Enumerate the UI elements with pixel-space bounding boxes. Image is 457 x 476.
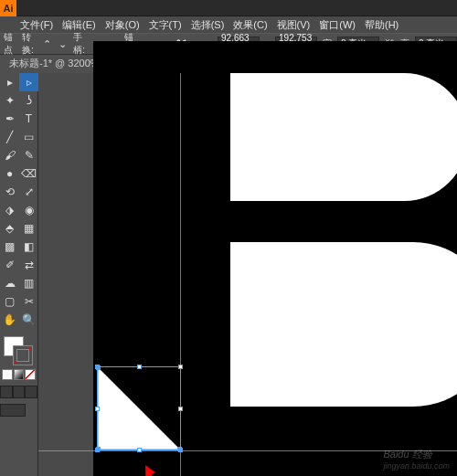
eraser-tool[interactable]: ⌫	[19, 164, 38, 183]
bounding-box[interactable]	[97, 366, 181, 450]
fill-stroke-swatches[interactable]	[0, 334, 38, 367]
line-tool[interactable]: ╱	[0, 128, 19, 146]
menu-effect[interactable]: 效果(C)	[233, 18, 267, 32]
color-mode-none[interactable]	[25, 369, 36, 380]
menu-bar: 文件(F) 编辑(E) 对象(O) 文字(T) 选择(S) 效果(C) 视图(V…	[0, 16, 457, 33]
width-tool[interactable]: ⬗	[0, 201, 19, 219]
slice-tool[interactable]: ✂	[19, 292, 38, 311]
screen-mode-button[interactable]	[0, 404, 37, 417]
menu-file[interactable]: 文件(F)	[20, 18, 53, 32]
letter-counter-top	[230, 73, 457, 201]
svg-line-0	[16, 348, 30, 363]
handle-top-mid[interactable]	[137, 365, 142, 369]
convert-corner-icon[interactable]: ⌃	[42, 37, 52, 51]
magic-wand-tool[interactable]: ✦	[0, 91, 19, 110]
color-mode-row	[0, 367, 37, 382]
eyedropper-tool[interactable]: ✐	[0, 256, 19, 274]
anchor-point-3[interactable]	[96, 447, 101, 451]
menu-help[interactable]: 帮助(H)	[365, 18, 399, 32]
pencil-tool[interactable]: ✎	[19, 146, 38, 164]
menu-object[interactable]: 对象(O)	[105, 18, 140, 32]
convert-smooth-icon[interactable]: ⌄	[58, 37, 68, 51]
direct-selection-tool[interactable]: ▹	[19, 73, 38, 91]
titlebar: Ai	[0, 0, 457, 16]
blob-brush-tool[interactable]: ●	[0, 164, 19, 183]
draw-mode-buttons	[0, 386, 37, 398]
tools-panel: ▸ ▹ ✦ ʖ ✒ T ╱ ▭ 🖌 ✎ ● ⌫ ⟲ ⤢ ⬗ ◉ ⬘ ▦ ▩ ◧ …	[0, 73, 38, 476]
rotate-tool[interactable]: ⟲	[0, 183, 19, 201]
handle-mid-left[interactable]	[95, 407, 100, 411]
gradient-tool[interactable]: ◧	[19, 238, 38, 256]
watermark-sub: jingyan.baidu.com	[383, 461, 450, 471]
watermark: Baidu 经验 jingyan.baidu.com	[383, 446, 450, 471]
draw-normal[interactable]	[0, 386, 13, 398]
handle-mid-right[interactable]	[178, 407, 183, 411]
menu-select[interactable]: 选择(S)	[191, 18, 225, 32]
menu-window[interactable]: 窗口(W)	[319, 18, 356, 32]
shape-builder-tool[interactable]: ⬘	[0, 219, 19, 238]
symbol-tool[interactable]: ☁	[0, 274, 19, 292]
color-mode-solid[interactable]	[2, 369, 13, 380]
app-logo: Ai	[0, 0, 16, 16]
anchor-point-2[interactable]	[177, 447, 182, 451]
brush-tool[interactable]: 🖌	[0, 146, 19, 164]
pen-tool[interactable]: ✒	[0, 110, 19, 128]
blend-tool[interactable]: ⇄	[19, 256, 38, 274]
selection-tool[interactable]: ▸	[0, 73, 19, 91]
handle-bot-mid[interactable]	[137, 448, 142, 452]
color-mode-gradient[interactable]	[14, 369, 25, 380]
hand-tool[interactable]: ✋	[0, 311, 19, 329]
graph-tool[interactable]: ▥	[19, 274, 38, 292]
scale-tool[interactable]: ⤢	[19, 183, 38, 201]
mesh-tool[interactable]: ▩	[0, 238, 19, 256]
type-tool[interactable]: T	[19, 110, 38, 128]
lasso-tool[interactable]: ʖ	[19, 91, 38, 110]
draw-behind[interactable]	[13, 386, 26, 398]
anchor-point-1[interactable]	[96, 365, 101, 370]
watermark-main: Baidu 经验	[383, 449, 431, 460]
anchor-label: 锚点	[4, 31, 16, 57]
stroke-swatch[interactable]	[13, 345, 33, 365]
convert-label: 转换:	[22, 31, 37, 57]
menu-view[interactable]: 视图(V)	[277, 18, 311, 32]
draw-inside[interactable]	[25, 386, 37, 398]
perspective-tool[interactable]: ▦	[19, 219, 38, 238]
rectangle-tool[interactable]: ▭	[19, 128, 38, 146]
menu-edit[interactable]: 编辑(E)	[62, 18, 96, 32]
canvas-area[interactable]	[38, 73, 457, 476]
screen-mode-icon[interactable]	[0, 404, 26, 417]
warp-tool[interactable]: ◉	[19, 201, 38, 219]
handle-top-right[interactable]	[178, 365, 183, 369]
zoom-tool[interactable]: 🔍	[19, 311, 38, 329]
selected-triangle[interactable]	[98, 367, 180, 450]
letter-counter-bottom	[230, 242, 457, 407]
menu-type[interactable]: 文字(T)	[149, 18, 182, 32]
handle-label: 手柄:	[73, 31, 88, 57]
artboard-tool[interactable]: ▢	[0, 292, 19, 311]
